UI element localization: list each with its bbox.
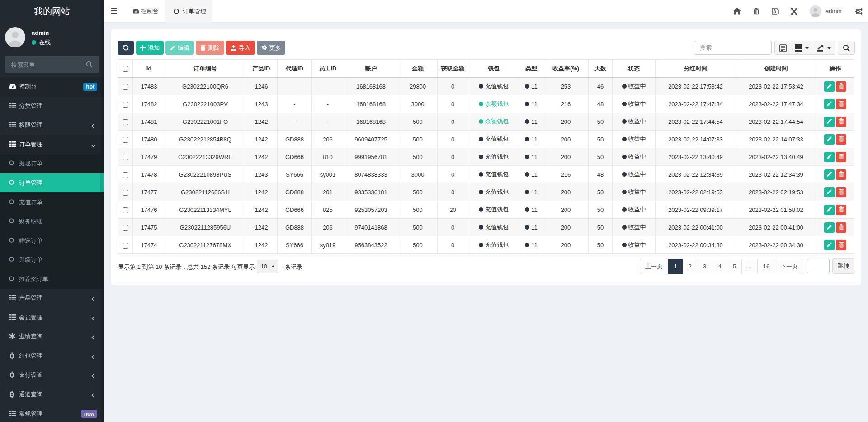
svg-text:B: B: [9, 371, 14, 378]
svg-text:A: A: [773, 9, 776, 14]
svg-text:B: B: [9, 352, 14, 359]
svg-text:B: B: [9, 391, 14, 398]
